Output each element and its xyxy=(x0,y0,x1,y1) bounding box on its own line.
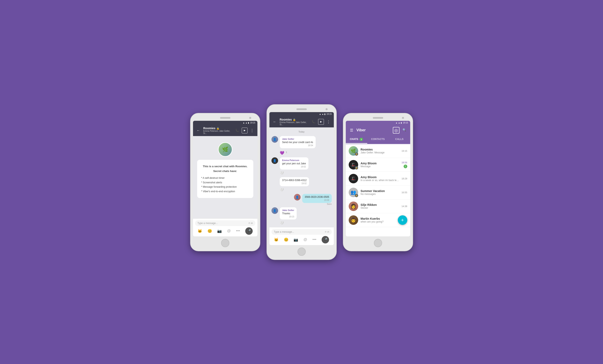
reaction-count: 1 xyxy=(286,151,287,153)
more-input-icon-1[interactable]: ••• xyxy=(236,229,240,233)
home-button-3[interactable] xyxy=(374,239,382,247)
chat-item-amy2[interactable]: 🎩 Amy Bloom In a week or so, when im bac… xyxy=(346,172,410,186)
input-placeholder-1: Type a message... xyxy=(197,222,218,225)
secret-feature-3: * Message forwarding protection xyxy=(201,185,249,189)
input-placeholder-2: Type a message... xyxy=(274,230,294,233)
like-reaction-2[interactable]: 🤍 xyxy=(280,171,308,175)
phones-container: ▲ ▲ ▮ 19:15 Roomies 🔒 Emma Peterson, Jak… xyxy=(190,104,413,260)
chat-meta-amy1: 18:56 1 xyxy=(402,161,407,168)
more-options-icon-1[interactable] xyxy=(249,128,255,133)
message-bubble-4: 3566-0020-2036-0505 19:08 xyxy=(302,194,332,203)
meow-hat-amy1: 🎩 xyxy=(351,162,356,167)
phone-top-2 xyxy=(269,108,334,110)
home-button-2[interactable] xyxy=(298,247,306,256)
msg-time-3: 19:02 xyxy=(282,182,307,185)
more-input-icon-2[interactable]: ••• xyxy=(312,237,316,242)
message-input-1[interactable]: Type a message... ⏱1h xyxy=(195,220,255,226)
like-reaction-3[interactable]: 🤍 xyxy=(280,188,309,192)
chat-name-roomies: Roomies xyxy=(361,148,399,151)
emoji-icon-1[interactable]: 🐱 xyxy=(197,229,202,233)
hamburger-menu-icon[interactable] xyxy=(349,127,354,133)
msg-text-2: get your pen out Jake xyxy=(282,162,306,165)
tab-contacts[interactable]: CONTACTS xyxy=(367,136,389,144)
phone-call-icon-1[interactable]: 📞 xyxy=(234,128,240,133)
chat-info-amy2: Amy Bloom In a week or so, when im back … xyxy=(361,176,399,182)
camera-icon-2[interactable]: 📷 xyxy=(294,237,298,242)
msg-sender-5: Jake Geller xyxy=(282,209,294,211)
fab-button[interactable]: + xyxy=(398,215,407,225)
mention-icon-2[interactable]: @ xyxy=(303,237,307,242)
status-time-3: 19:15 xyxy=(403,122,408,124)
chat-info-roomies: Roomies Jake Geller: Message xyxy=(361,148,399,154)
home-button-1[interactable] xyxy=(221,239,229,247)
phone-bottom-1 xyxy=(193,239,257,247)
app-bar-icons-2: 📞 ▶ xyxy=(311,119,331,125)
chat-time-roomies: 19:15 xyxy=(402,150,407,152)
chat-time-amy2: 18:28 xyxy=(402,177,407,180)
secret-info-box: This is a secret chat with Roomies. Secr… xyxy=(197,160,253,198)
camera-icon-1[interactable]: 📷 xyxy=(217,229,222,233)
status-bar-2: ▲ ▲ ▮ 19:15 xyxy=(269,112,334,116)
tab-chats[interactable]: CHATS 1 xyxy=(346,136,367,144)
phone-screen-2: ▲ ▲ ▮ 19:15 Roomies 🔒 Emma Peterson, Jak… xyxy=(269,112,334,245)
user-avatar: 👤 xyxy=(294,194,301,200)
avatar-martin: 👨 xyxy=(349,215,358,225)
wifi-icon-3: ▲ xyxy=(398,122,400,124)
chat-subtitle-2: Emma Peterson, Jake Geller, Si... xyxy=(280,121,309,126)
msg-text-4: 3566-0020-2036-0505 xyxy=(305,196,329,199)
chat-preview-roomies: Jake Geller: Message xyxy=(361,151,399,154)
search-button-viber[interactable]: 🔍 xyxy=(402,127,407,133)
chat-preview-amy2: In a week or so, when im back lets meet … xyxy=(361,179,399,182)
status-bar-1: ▲ ▲ ▮ 19:15 xyxy=(193,121,257,125)
phone-call-icon-2[interactable]: 📞 xyxy=(311,119,316,125)
chat-item-roomies[interactable]: 🌿 🔒 Roomies Jake Geller: Message 19:15 xyxy=(346,144,410,158)
chat-list: 🌿 🔒 Roomies Jake Geller: Message 19:15 🎩 xyxy=(346,144,410,236)
back-button-1[interactable] xyxy=(196,128,201,133)
msg-text-5: Thanks xyxy=(282,212,294,215)
unread-badge-amy1: 1 xyxy=(404,164,407,168)
secret-title: This is a secret chat with Roomies. Secr… xyxy=(201,164,249,174)
input-icons-bar-1: 🐱 😊 📷 @ ••• 🎤 xyxy=(195,227,255,235)
chat-name-amy2: Amy Bloom xyxy=(361,176,399,179)
more-options-icon-2[interactable] xyxy=(325,119,331,125)
chat-info-amy1: Amy Bloom Message xyxy=(361,162,399,168)
chat-item-amy1[interactable]: 🎩 🔒 Amy Bloom Message 18:56 1 xyxy=(346,158,410,172)
heart-reaction[interactable]: 💜 xyxy=(280,151,284,155)
chats-badge: 1 xyxy=(359,138,363,141)
chat-info-silje: Silje Rikken Sticker xyxy=(361,203,399,209)
sticker-icon-1[interactable]: 😊 xyxy=(208,229,212,233)
meow-hat-amy2: 🎩 xyxy=(351,176,356,181)
chat-meta-martin: + xyxy=(398,215,407,225)
viber-tabs: CHATS 1 CONTACTS CALLS xyxy=(346,136,410,144)
avatar-amy2: 🎩 xyxy=(349,174,358,183)
chat-preview-silje: Sticker xyxy=(361,206,399,209)
mic-button-1[interactable]: 🎤 xyxy=(245,227,253,235)
chat-title-2: Roomies 🔒 xyxy=(280,118,309,121)
chat-item-silje[interactable]: 👩 Silje Rikken Sticker 14:38 xyxy=(346,200,410,213)
sticker-icon-2[interactable]: 😊 xyxy=(284,237,288,242)
app-bar-2: Roomies 🔒 Emma Peterson, Jake Geller, Si… xyxy=(269,116,334,127)
app-bar-icons-1: 📞 ▶ xyxy=(234,128,255,133)
chat-item-summer[interactable]: 👥 🔒 Summer Vacation No messages 16:55 xyxy=(346,186,410,200)
viber-header-icons: ◎ 🔍 xyxy=(393,127,407,134)
back-button-2[interactable] xyxy=(272,119,278,125)
battery-icon: ▮ xyxy=(248,122,249,124)
message-input-2[interactable]: Type a message... ⏱1h xyxy=(271,229,332,235)
msg-time-4: 19:08 xyxy=(305,199,329,201)
like-reaction-5[interactable]: 🤍 xyxy=(280,221,297,225)
chat-item-martin[interactable]: 👨 Martin Kuerbs when are you going? + xyxy=(346,213,410,227)
mic-button-2[interactable]: 🎤 xyxy=(322,236,329,243)
video-call-icon-1[interactable]: ▶ xyxy=(242,128,247,133)
video-call-icon-2[interactable]: ▶ xyxy=(318,119,324,125)
chat-time-summer: 16:55 xyxy=(402,191,407,194)
secret-feature-4: * Viber's end-to-end encryption xyxy=(201,189,249,194)
battery-icon-2: ▮ xyxy=(324,113,325,115)
msg-sender-1: Jake Geller xyxy=(282,138,313,140)
signal-icon-2: ▲ xyxy=(319,113,321,115)
emoji-icon-2[interactable]: 🐱 xyxy=(274,237,278,242)
message-row-5: 👤 Jake Geller Thanks 19:15 🤍 xyxy=(271,207,332,225)
mention-icon-1[interactable]: @ xyxy=(227,229,231,233)
msg-time-1: 18:54 xyxy=(282,144,313,147)
viber-header: Viber ◎ 🔍 xyxy=(346,125,410,136)
tab-calls[interactable]: CALLS xyxy=(389,136,410,144)
